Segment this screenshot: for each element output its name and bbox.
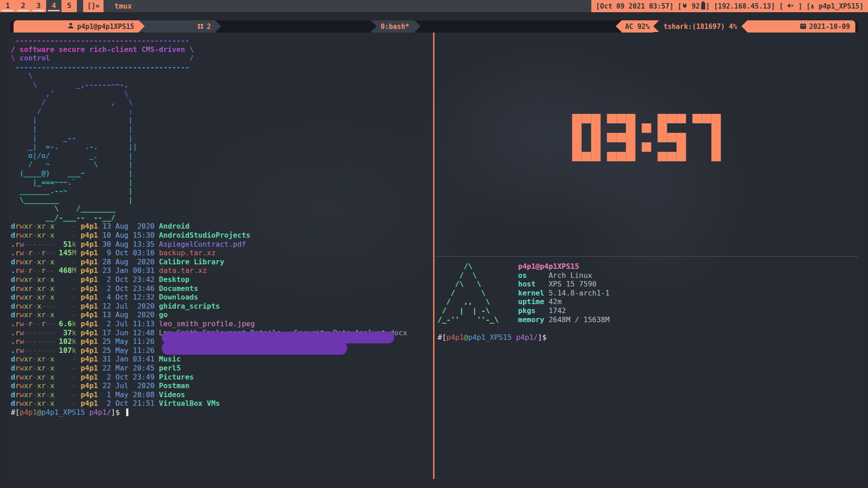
listing-row: .rw-r--r-- 468M p4p1 23 Jan 00:31 data.t…	[11, 266, 433, 275]
ascii-face-line: / , \	[11, 98, 433, 107]
terminal-window[interactable]: p4p1@p4p1XPS15 2 0:bash*	[10, 20, 858, 479]
process-status-text: tshark:(181697) 4%	[664, 23, 737, 31]
ascii-face-line: \ /________	[11, 204, 433, 213]
file-name: AndroidStudioProjects	[159, 231, 250, 239]
permissions: .rw-------	[11, 240, 54, 249]
file-owner: p4p1	[76, 275, 103, 284]
file-owner: p4p1	[76, 258, 103, 266]
file-name: ghidra_scripts	[159, 302, 220, 310]
listing-row: drwxr-xr-x - p4p1 2 Oct 23:49 Pictures	[11, 373, 433, 382]
window-tab-underline	[48, 10, 60, 11]
file-name: leo_smith_profile.jpeg	[159, 319, 255, 328]
listing-row: drwxr-xr-x - p4p1 22 Jul 2020 Postman	[11, 381, 433, 390]
fetch-info-row: memory 2648M / 15638M	[518, 315, 609, 324]
ascii-face-line: ,' \	[11, 89, 433, 99]
file-date: 22 Mar 20:45	[102, 364, 159, 372]
fetch-info-row: kernel 5.14.8-arch1-1	[518, 289, 609, 298]
ascii-face-line: | |	[11, 116, 433, 125]
listing-row: drwxr-xr-x - p4p1 2 Oct 23:42 Desktop	[11, 275, 433, 284]
file-date: 2 Oct 23:46	[102, 284, 159, 293]
prefix-indicator: []=	[83, 0, 104, 12]
file-name: Pictures	[159, 373, 194, 381]
ascii-face-line: \	[11, 71, 433, 80]
speech-bubble-line: ----------------------------------------	[11, 36, 433, 45]
window-tab-5[interactable]: 5	[61, 0, 77, 12]
clock-digit-7	[692, 114, 721, 161]
arch-logo-line: /\ \	[438, 280, 499, 289]
window-tab-underline	[2, 10, 14, 11]
fetch-info-row: os Arch Linux	[518, 271, 609, 280]
tab-gap	[77, 0, 83, 12]
permissions: drwxr-xr-x	[11, 310, 54, 319]
file-size: -	[54, 355, 76, 363]
left-pane-shell[interactable]: ----------------------------------------…	[10, 33, 433, 479]
file-owner: p4p1	[76, 381, 103, 390]
file-date: 17 Jun 12:48	[102, 328, 159, 337]
shell-prompt[interactable]: #[p4p1@p4p1_XPS15 p4p1/]$	[11, 408, 433, 417]
shell-prompt[interactable]: #[p4p1@p4p1_XPS15 p4p1/]$	[438, 333, 551, 342]
ascii-face-line: __/-___-- --__/	[11, 213, 433, 222]
speech-bubble-line: \ control /	[11, 54, 433, 63]
power-status-text: AC 92%	[625, 23, 650, 31]
fetch-pane[interactable]: /\ / \ /\ \ / \ / ,, \ / | | -\/_-'' ''-…	[434, 257, 858, 479]
listing-row: drwxr-xr-x - p4p1 13 Aug 2020 go	[11, 310, 433, 319]
listing-row: drwxr-xr-x - p4p1 2 Oct 23:46 Documents	[11, 284, 433, 293]
file-date: 28 Aug 2020	[102, 258, 159, 266]
redaction-marker	[162, 342, 347, 355]
file-owner: p4p1	[76, 284, 103, 293]
file-owner: p4p1	[76, 373, 103, 381]
ascii-face-line: | |	[11, 125, 433, 134]
powerline-separator	[741, 20, 747, 32]
current-window-tab[interactable]: 0:bash*	[371, 20, 415, 33]
session-user-tab[interactable]: p4p1@p4p1XPS15	[14, 20, 139, 33]
permissions: drwxr-xr-x	[11, 231, 54, 239]
file-name: go	[159, 310, 168, 319]
arch-logo-line: /\	[438, 262, 499, 271]
ascii-face-line: \ _,------~~-,	[11, 80, 433, 89]
file-date: 2 Oct 23:42	[102, 275, 159, 284]
session-bar-center: 0:bash*	[371, 20, 420, 33]
arch-logo-line: / \	[438, 271, 499, 280]
permissions: drwxr-xr-x	[11, 284, 54, 293]
tty-clock	[572, 114, 721, 161]
power-plug-icon	[682, 2, 688, 10]
file-size: -	[54, 231, 76, 239]
file-date: 22 Jul 2020	[102, 381, 159, 390]
file-name: Android	[159, 222, 189, 230]
file-name: Documents	[159, 284, 198, 293]
permissions: .rw-------	[11, 328, 54, 337]
clock-pane[interactable]	[434, 33, 858, 256]
powerline-separator	[653, 20, 659, 32]
file-date: 2 Jul 11:13	[102, 319, 159, 328]
clock-digit-0	[572, 114, 600, 161]
permissions: .rw-------	[11, 337, 54, 346]
window-tab-4[interactable]: 4	[46, 0, 61, 12]
session-window-count-tab: 2	[145, 20, 215, 33]
file-owner: p4p1	[76, 266, 103, 275]
file-date: 10 Aug 15:30	[102, 231, 159, 239]
permissions: drwxr-xr-x	[11, 381, 54, 390]
file-size: -	[54, 284, 76, 293]
terminal-body: ----------------------------------------…	[10, 33, 858, 479]
file-name: Videos	[159, 390, 185, 399]
permissions: drwxr-xr-x	[11, 390, 54, 399]
window-tab-3[interactable]: 3	[31, 0, 46, 12]
file-owner: p4p1	[76, 355, 103, 363]
window-tab-1[interactable]: 1	[0, 0, 15, 12]
file-size: 37k	[54, 328, 76, 337]
listing-row: drwxr-xr-x - p4p1 31 Jan 03:41 Music	[11, 355, 433, 364]
arch-logo-line: / | | -\	[438, 306, 499, 315]
power-status: AC 92%	[622, 20, 653, 33]
arch-logo-line: /_-'' ''-_\	[438, 315, 499, 324]
file-owner: p4p1	[76, 328, 103, 337]
listing-row: drwxr-xr-x - p4p1 28 Aug 2020 Calibre Li…	[11, 258, 433, 267]
powerline-separator	[139, 20, 145, 32]
fetch-info-row: pkgs 1742	[518, 306, 609, 315]
file-date: 2 Oct 21:51	[102, 399, 159, 408]
host-status-right: [Oct 09 2021 03:57] [ 92] [192.168.45.13…	[591, 0, 868, 12]
window-tab-2[interactable]: 2	[15, 0, 31, 12]
file-size: -	[54, 364, 76, 372]
file-name: VirtualBox VMs	[159, 399, 220, 408]
listing-row: .rw-r--r-- 6.6k p4p1 2 Jul 11:13 leo_smi…	[11, 319, 433, 328]
file-size: -	[54, 302, 76, 310]
